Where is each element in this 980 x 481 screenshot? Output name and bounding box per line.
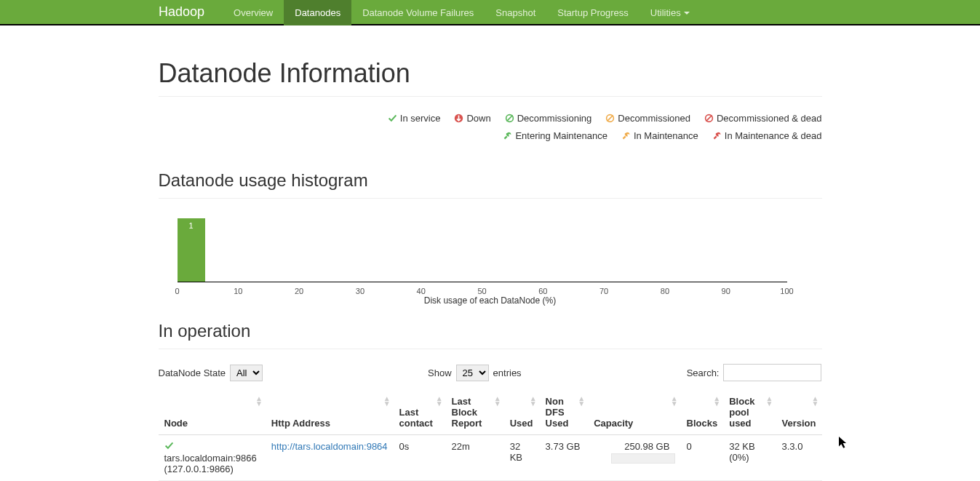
col-capacity[interactable]: Capacity▲▼ xyxy=(588,390,680,435)
state-select[interactable]: All xyxy=(230,365,263,381)
sort-icon: ▲▼ xyxy=(436,396,443,406)
blocks: 0 xyxy=(681,435,724,481)
search-label: Search: xyxy=(687,367,720,378)
chart-tick: 100 xyxy=(780,287,793,295)
wrench-icon xyxy=(502,129,512,146)
search-input[interactable] xyxy=(723,364,821,381)
chevron-down-icon xyxy=(684,12,690,15)
nav-snapshot[interactable]: Snapshot xyxy=(485,0,546,25)
chart-tick: 20 xyxy=(295,287,303,295)
legend-in-service: In service xyxy=(387,110,441,127)
chart-tick: 30 xyxy=(356,287,364,295)
chart-tick: 60 xyxy=(538,287,547,295)
nav-utilities[interactable]: Utilities xyxy=(640,0,701,25)
col-block-pool-used[interactable]: Block pool used▲▼ xyxy=(723,390,776,435)
sort-icon: ▲▼ xyxy=(530,396,537,406)
nav-startup-progress[interactable]: Startup Progress xyxy=(546,0,640,25)
datanodes-table: Node▲▼Http Address▲▼Last contact▲▼Last B… xyxy=(159,390,822,481)
check-icon xyxy=(387,111,397,129)
legend-decommissioned: Decommissioned xyxy=(605,110,690,127)
sort-icon: ▲▼ xyxy=(812,396,819,406)
show-suffix: entries xyxy=(493,367,522,378)
histogram-title: Datanode usage histogram xyxy=(159,170,822,191)
chart-tick: 90 xyxy=(722,287,730,295)
slash-icon xyxy=(605,111,615,129)
sort-icon: ▲▼ xyxy=(766,396,773,406)
show-label: Show xyxy=(428,367,452,378)
col-blocks[interactable]: Blocks▲▼ xyxy=(681,390,724,435)
svg-line-6 xyxy=(706,115,712,121)
chart-xlabel: Disk usage of each DataNode (%) xyxy=(159,295,822,306)
navbar: Hadoop OverviewDatanodesDatanode Volume … xyxy=(0,0,980,25)
cursor-icon xyxy=(839,437,852,450)
capacity: 250.98 GB xyxy=(624,441,669,452)
legend-decommissioned-dead: Decommissioned & dead xyxy=(704,110,822,127)
node-host: tars.localdomain:9866 xyxy=(164,453,257,464)
legend-down: Down xyxy=(453,110,490,127)
chart-tick: 70 xyxy=(599,287,608,295)
sort-icon: ▲▼ xyxy=(578,396,585,406)
non-dfs-used: 3.73 GB xyxy=(540,435,589,481)
nav-datanodes[interactable]: Datanodes xyxy=(284,0,351,25)
nav-overview[interactable]: Overview xyxy=(223,0,284,25)
wrench-icon xyxy=(712,129,722,146)
col-http-address[interactable]: Http Address▲▼ xyxy=(266,390,394,435)
table-row: tars.localdomain:9866(127.0.0.1:9866)htt… xyxy=(159,435,822,481)
col-version[interactable]: Version▲▼ xyxy=(776,390,821,435)
capacity-bar xyxy=(611,453,675,464)
chart-tick: 0 xyxy=(175,287,179,295)
svg-line-4 xyxy=(607,115,613,121)
legend-in-maintenance: In Maintenance xyxy=(621,127,698,145)
version: 3.3.0 xyxy=(776,435,821,481)
sort-icon: ▲▼ xyxy=(494,396,501,406)
wrench-icon xyxy=(621,129,631,146)
http-address-link[interactable]: http://tars.localdomain:9864 xyxy=(271,441,388,452)
last-contact: 0s xyxy=(394,435,446,481)
in-operation-title: In operation xyxy=(159,321,822,341)
down-icon xyxy=(453,111,463,129)
col-node[interactable]: Node▲▼ xyxy=(159,390,266,435)
chart-tick: 80 xyxy=(661,287,669,295)
block-pool-used: 32 KB (0%) xyxy=(723,435,776,481)
legend-in-maintenance-dead: In Maintenance & dead xyxy=(712,127,822,145)
check-icon xyxy=(164,442,174,453)
chart-tick: 10 xyxy=(234,287,242,295)
sort-icon: ▲▼ xyxy=(255,396,263,406)
sort-icon: ▲▼ xyxy=(713,396,720,406)
col-last-contact[interactable]: Last contact▲▼ xyxy=(394,390,446,435)
brand[interactable]: Hadoop xyxy=(159,4,215,20)
sort-icon: ▲▼ xyxy=(671,396,678,406)
node-ip: (127.0.0.1:9866) xyxy=(164,464,234,474)
state-label: DataNode State xyxy=(159,367,226,378)
col-last-block-report[interactable]: Last Block Report▲▼ xyxy=(446,390,504,435)
status-legend: In serviceDownDecommissioningDecommissio… xyxy=(159,110,822,145)
chart-tick: 50 xyxy=(477,287,486,295)
page-title: Datanode Information xyxy=(159,58,822,89)
svg-line-2 xyxy=(506,115,512,121)
slash-icon xyxy=(704,111,714,129)
used: 32 KB xyxy=(504,435,540,481)
legend-entering-maintenance: Entering Maintenance xyxy=(502,127,607,145)
chart-tick: 40 xyxy=(417,287,426,295)
col-used[interactable]: Used▲▼ xyxy=(504,390,540,435)
slash-icon xyxy=(504,111,514,129)
nav-datanode-volume-failures[interactable]: Datanode Volume Failures xyxy=(351,0,485,25)
sort-icon: ▲▼ xyxy=(383,396,391,406)
histogram-bar-0: 1 xyxy=(178,218,205,282)
last-block-report: 22m xyxy=(446,435,504,481)
legend-decommissioning: Decommissioning xyxy=(504,110,592,127)
table-controls: DataNode State All Show 25 entries Searc… xyxy=(159,364,822,381)
show-select[interactable]: 25 xyxy=(456,365,489,381)
usage-histogram: 1 0102030405060708090100 Disk usage of e… xyxy=(159,212,822,295)
col-non-dfs-used[interactable]: Non DFS Used▲▼ xyxy=(540,390,589,435)
